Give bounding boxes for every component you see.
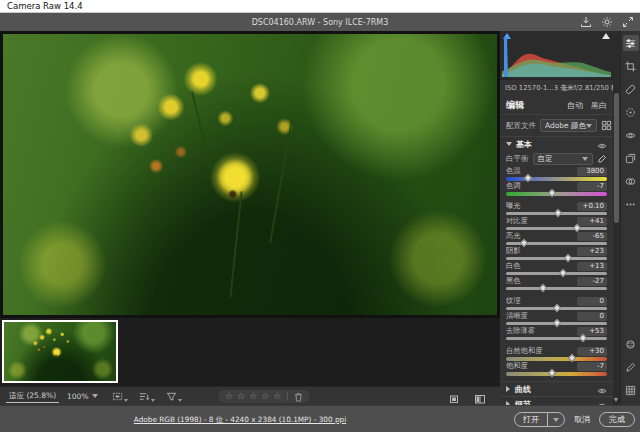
main-photo[interactable] xyxy=(3,34,497,315)
auto-button[interactable]: 自动 xyxy=(567,100,583,111)
star-rating-1[interactable]: ☆ xyxy=(225,391,233,402)
value-box[interactable]: +0.10 xyxy=(577,202,607,211)
exif-aperture: f/2.8 xyxy=(574,84,590,92)
zoom-level-select[interactable]: 100% xyxy=(67,392,97,401)
histogram[interactable] xyxy=(500,31,613,80)
value-box[interactable]: +13 xyxy=(577,262,607,271)
fit-zoom-label[interactable]: 适应 (25.8%) xyxy=(6,389,59,403)
slider-track[interactable] xyxy=(506,227,607,230)
window-title: Camera Raw 14.4 xyxy=(7,1,83,11)
profile-browser-icon[interactable] xyxy=(601,116,612,135)
thumbnail-image xyxy=(4,322,116,381)
slider-blacks: 黑色-27 xyxy=(500,276,613,291)
star-rating-5[interactable]: ☆ xyxy=(273,391,281,402)
slider-track[interactable] xyxy=(506,287,607,290)
fullscreen-icon[interactable] xyxy=(622,16,634,28)
done-button[interactable]: 完成 xyxy=(599,412,635,427)
profile-select[interactable]: Adobe 颜色 xyxy=(540,119,597,132)
slider-track[interactable] xyxy=(506,177,607,181)
white-balance-row: 白平衡 自定 xyxy=(500,151,613,166)
save-icon[interactable] xyxy=(580,16,592,28)
slider-track[interactable] xyxy=(506,192,607,196)
slider-track[interactable] xyxy=(506,322,607,325)
open-button[interactable]: 打开 xyxy=(514,412,565,427)
sort-icon[interactable] xyxy=(139,391,155,402)
profile-label: 配置文件 xyxy=(506,121,536,131)
titlebar: Camera Raw 14.4 xyxy=(0,0,640,13)
settings-gear-icon[interactable] xyxy=(601,16,613,28)
exif-lens: 70-1...3 毫米 xyxy=(532,83,574,93)
star-rating-2[interactable]: ☆ xyxy=(237,391,245,402)
slider-track[interactable] xyxy=(506,272,607,275)
value-box[interactable]: -65 xyxy=(577,232,607,241)
value-box[interactable]: +30 xyxy=(577,347,607,356)
cancel-button[interactable]: 取消 xyxy=(574,414,590,425)
grid-view-icon[interactable] xyxy=(112,391,128,402)
filename-label: DSC04160.ARW - Sony ILCE-7RM3 xyxy=(0,18,640,27)
value-box[interactable]: -7 xyxy=(577,362,607,371)
photo-stem xyxy=(269,119,292,244)
value-box[interactable]: -7 xyxy=(577,182,607,191)
value-box[interactable]: +23 xyxy=(577,247,607,256)
trash-icon[interactable] xyxy=(294,387,303,406)
snapshots-icon[interactable] xyxy=(623,150,639,166)
slider-track[interactable] xyxy=(506,337,607,340)
filmstrip-thumbnail-selected[interactable] xyxy=(2,320,118,383)
grid-icon[interactable] xyxy=(623,382,639,398)
crop-tool-icon[interactable] xyxy=(623,58,639,74)
scroll-down-icon[interactable] xyxy=(614,398,618,402)
chevron-down-icon xyxy=(586,124,592,128)
slider-saturation: 饱和度-7 xyxy=(500,361,613,376)
value-box[interactable]: 0 xyxy=(577,297,607,306)
slider-track[interactable] xyxy=(506,242,607,245)
image-canvas xyxy=(0,31,500,318)
bw-button[interactable]: 黑白 xyxy=(591,100,607,111)
edit-title: 编辑 xyxy=(506,99,524,112)
chevron-down-icon xyxy=(582,157,588,161)
draw-icon[interactable] xyxy=(623,359,639,375)
workflow-options-link[interactable]: Adobe RGB (1998) - 8 位 - 4240 x 2384 (10… xyxy=(134,415,346,425)
slider-highlights: 高光-65 xyxy=(500,231,613,246)
eyedropper-icon[interactable] xyxy=(597,149,607,168)
tool-rail xyxy=(620,31,640,405)
white-balance-select[interactable]: 自定 xyxy=(533,153,594,165)
slider-track[interactable] xyxy=(506,212,607,215)
presets-icon[interactable] xyxy=(623,173,639,189)
status-bar: 适应 (25.8%) 100% ☆ ☆ ☆ ☆ ☆ xyxy=(0,386,500,405)
slider-contrast: 对比度+41 xyxy=(500,216,613,231)
value-box[interactable]: -27 xyxy=(577,277,607,286)
more-options-icon[interactable] xyxy=(623,196,639,212)
heal-tool-icon[interactable] xyxy=(623,81,639,97)
eye-icon[interactable] xyxy=(597,395,607,406)
exif-iso: ISO 125 xyxy=(505,84,532,92)
star-rating-3[interactable]: ☆ xyxy=(249,391,257,402)
slider-track[interactable] xyxy=(506,307,607,310)
exif-info: ISO 125 70-1...3 毫米 f/2.8 1/250 秒 xyxy=(500,80,613,96)
mask-tool-icon[interactable] xyxy=(623,104,639,120)
scrollbar-thumb[interactable] xyxy=(614,93,619,223)
star-rating-4[interactable]: ☆ xyxy=(261,391,269,402)
red-eye-tool-icon[interactable] xyxy=(623,127,639,143)
slider-tint: 色调-7 xyxy=(500,181,613,196)
photo-stem xyxy=(230,192,243,298)
camera-raw-window: Camera Raw 14.4 DSC04160.ARW - Sony ILCE… xyxy=(0,0,640,432)
filter-icon[interactable] xyxy=(166,391,182,402)
edit-header: 编辑 自动 黑白 xyxy=(500,96,613,115)
filmstrip xyxy=(0,318,500,386)
sphere-icon[interactable] xyxy=(623,336,639,352)
photo-stem xyxy=(190,91,212,173)
value-box[interactable]: 3800 xyxy=(577,167,607,176)
detail-section-header[interactable]: 细节 xyxy=(500,396,613,405)
slider-texture: 纹理0 xyxy=(500,296,613,311)
value-box[interactable]: 0 xyxy=(577,312,607,321)
slider-track[interactable] xyxy=(506,257,607,260)
edit-panel: ISO 125 70-1...3 毫米 f/2.8 1/250 秒 编辑 自动 … xyxy=(500,31,613,405)
open-options-icon[interactable] xyxy=(548,418,564,422)
edit-tool-icon[interactable] xyxy=(623,35,639,51)
white-balance-label: 白平衡 xyxy=(506,154,529,164)
chevron-down-icon xyxy=(506,142,512,146)
slider-track[interactable] xyxy=(506,357,607,361)
value-box[interactable]: +41 xyxy=(577,217,607,226)
slider-track[interactable] xyxy=(506,372,607,376)
panel-scrollbar[interactable] xyxy=(613,31,620,405)
